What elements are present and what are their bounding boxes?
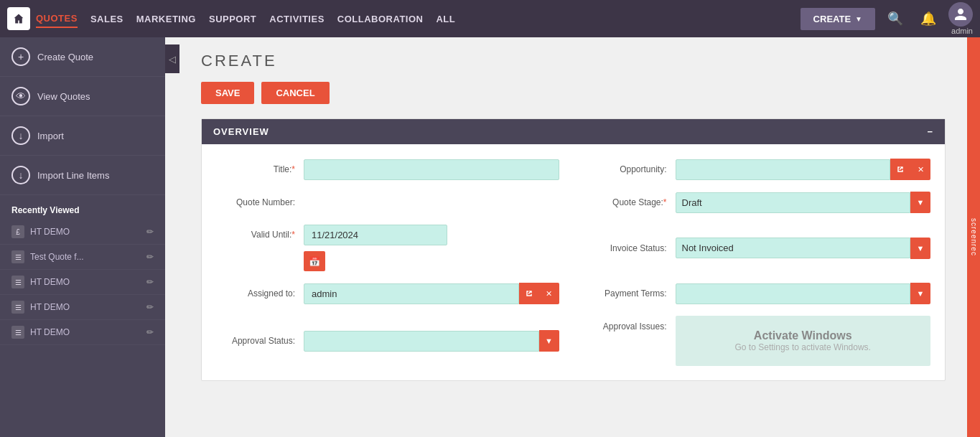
assigned-to-clear-button[interactable]: ✕ [539, 283, 559, 304]
rv-item-3[interactable]: ☰ HT DEMO ✏ [0, 295, 165, 320]
quote-number-row: Quote Number: [216, 192, 559, 213]
activate-windows-subtitle: Go to Settings to activate Windows. [735, 342, 871, 352]
download-icon: ↓ [11, 126, 30, 145]
payment-terms-dropdown-btn[interactable]: ▼ [910, 283, 930, 304]
rv-item-0[interactable]: £ HT DEMO ✏ [0, 220, 165, 245]
quote-stage-dropdown-btn[interactable]: ▼ [910, 192, 930, 213]
nav-item-support[interactable]: SUPPORT [209, 11, 256, 27]
invoice-status-label: Invoice Status: [588, 243, 667, 253]
assigned-to-select-button[interactable] [519, 283, 539, 304]
payment-terms-label: Payment Terms: [588, 288, 667, 299]
approval-status-row: Approval Status: ▼ [216, 316, 559, 366]
approval-issues-label: Approval Issues: [588, 316, 667, 332]
quote-stage-label: Quote Stage:* [588, 197, 667, 207]
main-layout: + Create Quote 👁 View Quotes ↓ Import ↓ … [0, 37, 980, 437]
nav-item-collaboration[interactable]: COLLABORATION [337, 11, 424, 27]
approval-issues-row: Approval Issues: Activate Windows Go to … [588, 316, 931, 366]
rv-icon-3: ☰ [11, 301, 24, 314]
notifications-button[interactable]: 🔔 [915, 6, 941, 32]
nav-item-activities[interactable]: ACTIVITIES [269, 11, 325, 27]
sidebar-item-view-quotes[interactable]: 👁 View Quotes [0, 77, 165, 116]
action-bar: SAVE CANCEL [201, 82, 946, 104]
user-avatar[interactable] [948, 2, 973, 27]
download-icon-2: ↓ [11, 166, 30, 184]
assigned-to-input[interactable] [304, 283, 519, 304]
nav-items: QUOTES SALES MARKETING SUPPORT ACTIVITIE… [36, 10, 801, 28]
approval-status-label: Approval Status: [216, 336, 295, 346]
plus-icon: + [11, 47, 30, 66]
invoice-status-row: Invoice Status: Not Invoiced ▼ [588, 225, 931, 271]
rv-label-3: HT DEMO [30, 302, 70, 312]
activate-windows-title: Activate Windows [754, 329, 852, 342]
rv-icon-2: ☰ [11, 276, 24, 288]
valid-until-row: Valid Until:* 📅 [216, 225, 559, 271]
valid-until-date-group: 📅 [304, 225, 447, 271]
overview-panel: OVERVIEW − Title:* Opportunity: [201, 118, 946, 381]
approval-status-dropdown-btn[interactable]: ▼ [539, 330, 559, 352]
opportunity-label: Opportunity: [588, 164, 667, 174]
opportunity-input-group: ✕ [676, 159, 931, 180]
opportunity-select-button[interactable] [890, 159, 910, 180]
nav-item-all[interactable]: ALL [436, 11, 455, 27]
sidebar-item-create-quote[interactable]: + Create Quote [0, 37, 165, 77]
search-button[interactable]: 🔍 [882, 6, 908, 32]
top-navigation: QUOTES SALES MARKETING SUPPORT ACTIVITIE… [0, 0, 980, 37]
rv-item-1[interactable]: ☰ Test Quote f... ✏ [0, 245, 165, 270]
page-title: CREATE [201, 52, 946, 70]
valid-until-label: Valid Until:* [216, 225, 295, 240]
recently-viewed-label: Recently Viewed [0, 195, 165, 220]
payment-terms-row: Payment Terms: ▼ [588, 283, 931, 304]
approval-status-select[interactable] [304, 331, 539, 352]
collapse-icon[interactable]: − [927, 126, 933, 137]
save-button[interactable]: SAVE [201, 82, 254, 104]
rv-edit-0[interactable]: ✏ [146, 227, 154, 237]
invoice-status-dropdown-btn[interactable]: ▼ [910, 238, 930, 259]
home-icon[interactable] [7, 7, 30, 30]
rv-label-2: HT DEMO [30, 277, 70, 287]
title-input[interactable] [304, 159, 559, 180]
chevron-down-icon: ▼ [855, 15, 862, 23]
create-button[interactable]: CREATE ▼ [801, 8, 875, 30]
sidebar: + Create Quote 👁 View Quotes ↓ Import ↓ … [0, 37, 165, 437]
sidebar-collapse-button[interactable]: ◁ [165, 44, 179, 73]
nav-item-marketing[interactable]: MARKETING [136, 11, 196, 27]
assigned-to-row: Assigned to: ✕ [216, 283, 559, 304]
invoice-status-select[interactable]: Not Invoiced [676, 238, 911, 258]
title-row: Title:* [216, 159, 559, 180]
payment-terms-select[interactable] [676, 283, 911, 304]
rv-label-4: HT DEMO [30, 327, 70, 337]
sidebar-item-import-line-items[interactable]: ↓ Import Line Items [0, 156, 165, 195]
quote-stage-select[interactable]: Draft [676, 192, 911, 213]
approval-status-select-wrapper: ▼ [304, 330, 559, 352]
admin-label: admin [951, 27, 973, 35]
rv-edit-3[interactable]: ✏ [146, 302, 154, 312]
title-label: Title:* [216, 164, 295, 174]
quote-stage-select-wrapper: Draft ▼ [676, 192, 931, 213]
cancel-button[interactable]: CANCEL [261, 82, 329, 104]
valid-until-input[interactable] [304, 225, 447, 245]
nav-item-quotes[interactable]: QUOTES [36, 10, 78, 28]
quote-stage-row: Quote Stage:* Draft ▼ [588, 192, 931, 213]
opportunity-clear-button[interactable]: ✕ [910, 159, 930, 180]
rv-label-0: HT DEMO [30, 227, 70, 237]
sidebar-item-import[interactable]: ↓ Import [0, 116, 165, 156]
rv-icon-4: ☰ [11, 326, 24, 339]
overview-body: Title:* Opportunity: ✕ [202, 144, 945, 380]
calendar-button[interactable]: 📅 [304, 251, 325, 271]
assigned-to-label: Assigned to: [216, 288, 295, 299]
nav-item-sales[interactable]: SALES [90, 11, 123, 27]
assigned-to-input-group: ✕ [304, 283, 559, 304]
rv-edit-2[interactable]: ✏ [146, 277, 154, 287]
recently-viewed-list: £ HT DEMO ✏ ☰ Test Quote f... ✏ ☰ HT DEM… [0, 220, 165, 437]
rv-edit-1[interactable]: ✏ [146, 252, 154, 262]
activate-windows-box: Activate Windows Go to Settings to activ… [676, 316, 931, 366]
nav-right: CREATE ▼ 🔍 🔔 admin [801, 2, 973, 35]
overview-title: OVERVIEW [213, 126, 269, 137]
screenrec-bar[interactable]: screenrec [967, 37, 980, 437]
invoice-status-select-wrapper: Not Invoiced ▼ [676, 238, 931, 259]
rv-edit-4[interactable]: ✏ [146, 327, 154, 337]
rv-item-4[interactable]: ☰ HT DEMO ✏ [0, 320, 165, 345]
screenrec-label: screenrec [970, 218, 978, 256]
rv-item-2[interactable]: ☰ HT DEMO ✏ [0, 270, 165, 295]
opportunity-input[interactable] [676, 159, 891, 180]
